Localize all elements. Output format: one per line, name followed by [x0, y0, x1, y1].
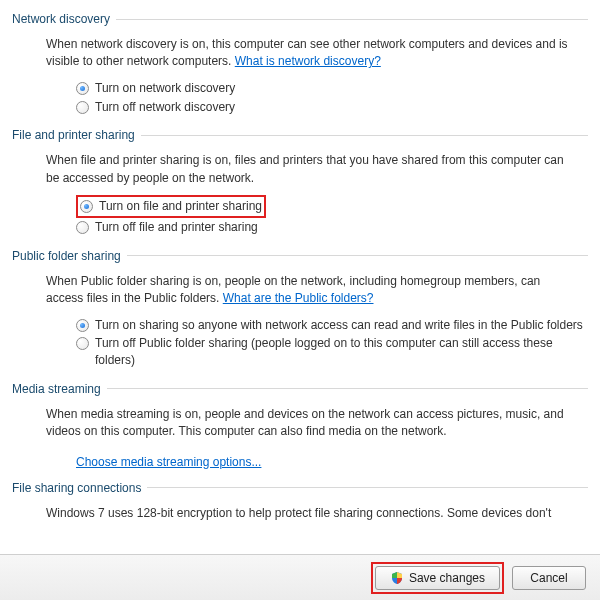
cancel-button[interactable]: Cancel: [512, 566, 586, 590]
radio-icon: [76, 337, 89, 350]
radio-icon: [76, 319, 89, 332]
uac-shield-icon: [390, 571, 404, 585]
footer-bar: Save changes Cancel: [0, 554, 600, 600]
radio-icon: [80, 200, 93, 213]
radio-group-file-printer-sharing: Turn on file and printer sharing Turn of…: [12, 193, 588, 245]
advanced-sharing-settings-panel: Network discovery When network discovery…: [0, 0, 600, 600]
section-title-text: Media streaming: [12, 382, 101, 396]
section-header-public-folder-sharing: Public folder sharing: [12, 245, 588, 267]
divider: [141, 135, 588, 136]
radio-group-public-folder-sharing: Turn on sharing so anyone with network a…: [12, 314, 588, 378]
link-what-is-network-discovery[interactable]: What is network discovery?: [235, 54, 381, 68]
section-title-text: File and printer sharing: [12, 128, 135, 142]
radio-label: Turn on network discovery: [95, 80, 588, 97]
settings-scroll-area: Network discovery When network discovery…: [0, 0, 600, 552]
radio-row[interactable]: Turn off Public folder sharing (people l…: [76, 334, 588, 370]
radio-row[interactable]: Turn on sharing so anyone with network a…: [76, 316, 588, 335]
section-desc-file-printer-sharing: When file and printer sharing is on, fil…: [12, 146, 588, 193]
radio-label: Turn off network discovery: [95, 99, 588, 116]
highlight-box: Save changes: [371, 562, 504, 594]
divider: [147, 487, 588, 488]
radio-icon: [76, 101, 89, 114]
button-label: Save changes: [409, 571, 485, 585]
radio-label: Turn on file and printer sharing: [99, 198, 262, 215]
section-header-file-sharing-connections: File sharing connections: [12, 477, 588, 499]
highlight-box: Turn on file and printer sharing: [76, 195, 266, 218]
divider: [107, 388, 588, 389]
radio-row[interactable]: Turn on network discovery: [76, 79, 588, 98]
section-header-network-discovery: Network discovery: [12, 8, 588, 30]
radio-row[interactable]: Turn off file and printer sharing: [76, 218, 588, 237]
radio-label: Turn on sharing so anyone with network a…: [95, 317, 588, 334]
section-title-text: Network discovery: [12, 12, 110, 26]
section-title-text: File sharing connections: [12, 481, 141, 495]
radio-icon: [76, 82, 89, 95]
section-desc-file-sharing-connections: Windows 7 uses 128-bit encryption to hel…: [12, 499, 588, 528]
save-changes-button[interactable]: Save changes: [375, 566, 500, 590]
radio-icon: [76, 221, 89, 234]
radio-label: Turn off file and printer sharing: [95, 219, 588, 236]
radio-label: Turn off Public folder sharing (people l…: [95, 335, 588, 369]
divider: [127, 255, 588, 256]
section-header-file-printer-sharing: File and printer sharing: [12, 124, 588, 146]
section-desc-network-discovery: When network discovery is on, this compu…: [12, 30, 588, 77]
radio-row[interactable]: Turn off network discovery: [76, 98, 588, 117]
link-what-are-public-folders[interactable]: What are the Public folders?: [223, 291, 374, 305]
divider: [116, 19, 588, 20]
section-header-media-streaming: Media streaming: [12, 378, 588, 400]
section-title-text: Public folder sharing: [12, 249, 121, 263]
link-choose-media-streaming-options[interactable]: Choose media streaming options...: [76, 455, 261, 469]
radio-row[interactable]: Turn on file and printer sharing: [80, 197, 262, 216]
section-desc-media-streaming: When media streaming is on, people and d…: [12, 400, 588, 447]
radio-group-network-discovery: Turn on network discovery Turn off netwo…: [12, 77, 588, 125]
button-label: Cancel: [530, 571, 567, 585]
section-desc-public-folder-sharing: When Public folder sharing is on, people…: [12, 267, 588, 314]
